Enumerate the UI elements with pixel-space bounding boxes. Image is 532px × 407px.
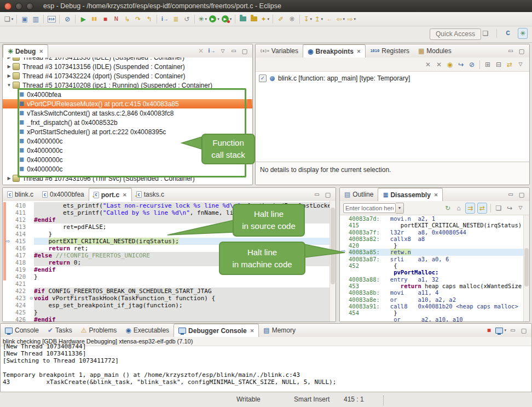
back-to-last-button[interactable]: ← bbox=[325, 14, 334, 24]
editor-line-412[interactable]: 412#endif bbox=[3, 216, 336, 223]
tab-memory[interactable]: ▤Memory bbox=[259, 324, 300, 337]
stack-frame-row[interactable]: ≣vPortCPUReleaseMutex() at port.c:415 0x… bbox=[3, 99, 252, 108]
disassembly-line[interactable]: 40083a8e: or a10, a2, a2 bbox=[340, 296, 529, 303]
new-button[interactable]: ❏▾ bbox=[4, 14, 13, 24]
run-dropdown-button[interactable]: ▶▾ bbox=[209, 14, 219, 24]
view-menu-button[interactable]: ▽ bbox=[516, 60, 525, 70]
open-declaration-folder-button[interactable] bbox=[239, 14, 247, 24]
skip-all-breakpoints-button[interactable]: ⊘ bbox=[63, 14, 72, 24]
step-return-button[interactable]: ↰ bbox=[144, 14, 153, 24]
tab-debug[interactable]: ✳Debug✕ bbox=[3, 44, 48, 58]
tab-debugger-console[interactable]: Debugger Console✕ bbox=[174, 324, 259, 337]
editor-line-425[interactable]: 425} bbox=[3, 309, 336, 316]
restart-button[interactable]: ↺ bbox=[182, 14, 191, 24]
refresh-view-button[interactable]: ↻ bbox=[443, 203, 452, 213]
maximize-button[interactable]: ▢ bbox=[517, 190, 526, 199]
search-button[interactable]: ✦▾ bbox=[261, 14, 269, 24]
disassembly-line[interactable]: 452 { bbox=[340, 262, 529, 269]
minimize-button[interactable]: ▭ bbox=[229, 46, 238, 56]
debug-dropdown-button[interactable]: ✳▾ bbox=[198, 14, 207, 24]
tab-port-c[interactable]: cport.c✕ bbox=[89, 188, 132, 201]
close-tab-icon[interactable]: ✕ bbox=[250, 328, 255, 334]
minimize-button[interactable]: ▭ bbox=[313, 190, 321, 199]
instruction-stepping-toggle[interactable]: i→ bbox=[207, 46, 216, 56]
maximize-button[interactable]: ▢ bbox=[519, 325, 528, 335]
back-button[interactable]: ⇦▾ bbox=[336, 14, 345, 24]
disassembly-line[interactable]: 40083a7f: l32r a8, 0x40080544 bbox=[340, 229, 529, 236]
editor-line-418[interactable]: 418 return 0; bbox=[3, 259, 336, 266]
open-perspective-button[interactable]: ❏ bbox=[481, 28, 490, 38]
disassembly-line[interactable]: 40083a8b: movi a11, 4 bbox=[340, 289, 529, 296]
tab-problems[interactable]: ⚠Problems bbox=[77, 324, 121, 337]
maximize-window-button[interactable] bbox=[26, 3, 33, 10]
go-to-annotation-button[interactable]: ↥▾ bbox=[314, 14, 323, 24]
sync-with-context-toggle[interactable]: ⇄ bbox=[477, 203, 487, 214]
external-tools-dropdown-button[interactable]: ▶▾ bbox=[222, 14, 232, 24]
remove-all-terminated-button[interactable]: ✕ bbox=[196, 46, 205, 56]
disassembly-line[interactable]: 40083a91: call8 0x40081b20 <heap_caps_ma… bbox=[340, 303, 529, 309]
minimize-button[interactable]: ▭ bbox=[506, 190, 515, 199]
editor-line-422[interactable]: 422#if CONFIG_FREERTOS_BREAK_ON_SCHEDULE… bbox=[3, 288, 336, 295]
minimize-button[interactable]: ▭ bbox=[506, 46, 515, 56]
suspend-button[interactable]: ▮▮ bbox=[90, 14, 99, 24]
disassembly-line[interactable]: 454 } bbox=[340, 309, 529, 316]
tab-tasks[interactable]: ✔Tasks bbox=[43, 324, 77, 337]
thread-row[interactable]: ▶Thread #3 1073413156 (IDLE) (Suspended … bbox=[3, 62, 252, 71]
collapse-all-button[interactable]: ⊟ bbox=[494, 60, 503, 70]
go-to-file-for-breakpoint-button[interactable]: ↪ bbox=[456, 60, 465, 70]
quick-access-input[interactable]: Quick Access bbox=[430, 28, 481, 40]
editor-line-416[interactable]: 416 return ret; bbox=[3, 245, 336, 252]
save-all-button[interactable]: ▥ bbox=[31, 14, 40, 24]
instruction-stepping-button[interactable]: i→ bbox=[160, 14, 169, 24]
mark-occurrences-button[interactable]: ✐ bbox=[276, 14, 285, 24]
link-with-debug-view-toggle[interactable]: ⇄ bbox=[505, 60, 514, 70]
tab-modules[interactable]: ▦Modules bbox=[414, 44, 456, 58]
tab-console[interactable]: Console bbox=[1, 324, 43, 337]
editor-line-426[interactable]: 426#endif bbox=[3, 316, 336, 322]
tab-0x4000bfea[interactable]: c0x4000bfea bbox=[38, 188, 89, 201]
save-button[interactable]: ▣ bbox=[20, 14, 29, 24]
editor-line-411[interactable]: 411 ets_printf("Called by %s line %d\n",… bbox=[3, 209, 336, 216]
tab-blink-c[interactable]: cblink.c bbox=[3, 188, 38, 201]
disassembly-line[interactable]: 40083a7d: movi.n a2, 1 bbox=[340, 215, 529, 222]
stack-frame-row[interactable]: ≣0x4000000c bbox=[3, 136, 252, 146]
skip-all-breakpoints-toggle[interactable]: ⊘ bbox=[467, 60, 476, 70]
stack-frame-row[interactable]: ≣_frxt_dispatch() at 0x4008532b bbox=[3, 118, 252, 127]
disassembly-line[interactable]: 40083a88: entry a1, 32 bbox=[340, 276, 529, 283]
editor-vertical-scrollbar[interactable] bbox=[329, 201, 336, 322]
minimize-button[interactable]: ▭ bbox=[508, 325, 517, 335]
editor-line-415[interactable]: ⇨415 portEXIT_CRITICAL_NESTED(irqStatus)… bbox=[3, 238, 336, 245]
editor-line-417[interactable]: 417#else //!CONFIG_FREERTOS_UNICORE bbox=[3, 252, 336, 259]
terminate-console-button[interactable]: ■ bbox=[484, 325, 493, 335]
debug-perspective-button[interactable]: ✳ bbox=[518, 28, 528, 39]
disassembly-line[interactable]: 40083a82: callx8 a8 bbox=[340, 236, 529, 242]
show-breakpoints-supported-button[interactable]: ◉ bbox=[446, 60, 454, 70]
editor-line-424[interactable]: 424 esp_set_breakpoint_if_jtag(function)… bbox=[3, 302, 336, 309]
tab-disassembly[interactable]: ≣Disassembly✕ bbox=[378, 188, 443, 201]
forward-button[interactable]: ⇨▾ bbox=[347, 14, 356, 24]
tab-breakpoints[interactable]: ◉Breakpoints✕ bbox=[303, 44, 366, 58]
thread-row[interactable]: ▶Thread #2 1073411336 (IDLE) (Suspended … bbox=[3, 58, 252, 62]
editor-line-423[interactable]: 423⊖void vPortFirstTaskHook(TaskFunction… bbox=[3, 295, 336, 302]
annotation-settings-button[interactable]: ❋ bbox=[287, 14, 296, 24]
location-input[interactable] bbox=[343, 203, 396, 213]
last-edit-location-button[interactable]: ↧▾ bbox=[303, 14, 312, 24]
view-menu-button[interactable]: ▽ bbox=[218, 46, 227, 56]
view-menu-button[interactable]: ▽ bbox=[516, 203, 525, 213]
close-tab-icon[interactable]: ✕ bbox=[39, 49, 43, 54]
binary-file-button[interactable]: 010 bbox=[47, 14, 56, 24]
step-over-button[interactable]: ↷ bbox=[134, 14, 142, 24]
use-step-filters-button[interactable]: ≣ bbox=[171, 14, 180, 24]
close-tab-icon[interactable]: ✕ bbox=[434, 192, 438, 198]
editor-line-420[interactable]: 420} bbox=[3, 273, 336, 280]
tab-outline[interactable]: ▤Outline bbox=[340, 188, 378, 201]
tab-executables[interactable]: ◉Executables bbox=[121, 324, 174, 337]
stack-frame-row[interactable]: ≣0x4000000c bbox=[3, 164, 252, 174]
disassembly-listing[interactable]: 40083a7d: movi.n a2, 1415 portEXIT_CRITI… bbox=[340, 215, 529, 322]
resume-button[interactable]: ▶ bbox=[79, 14, 88, 24]
stack-frame-row[interactable]: ≣xPortStartScheduler() at port.c:222 0x4… bbox=[3, 127, 252, 136]
home-button[interactable]: ⌂ bbox=[454, 203, 463, 213]
close-button[interactable] bbox=[4, 3, 11, 10]
minimize-window-button[interactable] bbox=[15, 3, 22, 10]
editor-line-414[interactable]: 414 } bbox=[3, 231, 336, 238]
